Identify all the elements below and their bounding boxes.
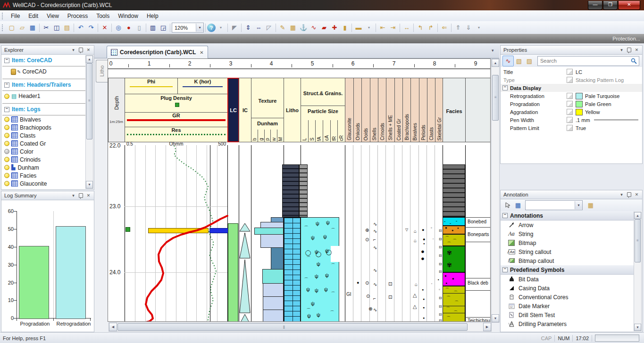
paste-button[interactable]: ▤ bbox=[62, 23, 72, 33]
col-coated-gr[interactable]: Coated Gr bbox=[394, 78, 402, 142]
explorer-menu-icon[interactable]: ▾ bbox=[70, 48, 77, 52]
cut-button[interactable]: ✂ bbox=[41, 23, 51, 33]
menu-view[interactable]: View bbox=[42, 11, 63, 21]
explorer-item-glauconite[interactable]: Glauconite bbox=[2, 180, 85, 188]
menu-file[interactable]: File bbox=[7, 11, 24, 21]
toolbar-options-icon[interactable]: ▾ bbox=[216, 23, 226, 33]
scroll-down-icon[interactable]: ▼ bbox=[634, 324, 641, 331]
symbol-item-drilling-parameters[interactable]: Drilling Parameters bbox=[501, 319, 635, 328]
document-tab[interactable]: Coredescription (Carb).WCL ✕ bbox=[107, 46, 208, 58]
log-summary-pin-icon[interactable] bbox=[79, 193, 83, 198]
symbol-item-conventional-cores[interactable]: Conventional Cores bbox=[501, 293, 635, 302]
annotation-column-header[interactable] bbox=[465, 78, 491, 142]
scrollbar-thumb[interactable]: ≡ bbox=[635, 219, 641, 262]
collapse-icon[interactable] bbox=[502, 267, 508, 272]
annotation-item-string[interactable]: AaString bbox=[501, 229, 635, 238]
log-view[interactable]: Depth 1m:25m Phi 30%0 K (hor) 0.4mD400 P… bbox=[108, 69, 491, 322]
res-header[interactable]: Res 0.5Ohmm500 bbox=[125, 127, 228, 142]
annotation-item-bitmap[interactable]: Bitmap bbox=[501, 238, 635, 247]
move-down-button[interactable]: ↱ bbox=[426, 23, 436, 33]
move-top-button[interactable]: ⇑ bbox=[453, 23, 463, 33]
toolbar-overflow-icon[interactable]: ▾ bbox=[474, 23, 484, 33]
properties-menu-icon[interactable]: ▾ bbox=[618, 48, 625, 52]
search-input[interactable] bbox=[538, 57, 631, 64]
texture-header[interactable]: Texture Dunham bgpwM bbox=[251, 78, 284, 142]
log-vertical-scrollbar[interactable]: ▲ ≡ ▼ bbox=[491, 58, 500, 323]
menu-window[interactable]: Window bbox=[114, 11, 142, 21]
symbol-item-casing-data[interactable]: Casing Data bbox=[501, 284, 635, 293]
explorer-group-headers[interactable]: Item: Headers/Trailers bbox=[2, 79, 85, 91]
property-row-pen-width[interactable]: Pen Width.1 mm bbox=[501, 116, 642, 124]
collapse-icon[interactable] bbox=[4, 58, 9, 63]
scroll-up-icon[interactable]: ▲ bbox=[492, 59, 499, 67]
log-summary-close-icon[interactable]: ✕ bbox=[85, 193, 92, 198]
menu-help[interactable]: Help bbox=[142, 11, 163, 21]
crossplot-button[interactable]: ∿ bbox=[309, 23, 319, 33]
copy-button[interactable]: ◫ bbox=[51, 23, 62, 33]
color-swatch[interactable] bbox=[576, 109, 583, 115]
pointer-button[interactable]: ◤ bbox=[229, 23, 240, 33]
move-up-button[interactable]: ↰ bbox=[415, 23, 426, 33]
symbol-item-bit-data[interactable]: Bit Data bbox=[501, 275, 635, 284]
new-button[interactable]: ▢ bbox=[7, 23, 17, 33]
collapse-icon[interactable] bbox=[502, 213, 508, 218]
property-row-title[interactable]: TitleLC bbox=[501, 68, 642, 76]
explorer-item-header1[interactable]: ▤ Header1 bbox=[2, 91, 85, 101]
alphabetical-view-button[interactable]: ▨ bbox=[524, 56, 535, 66]
property-row-progradation[interactable]: ProgradationPale Green bbox=[501, 100, 642, 108]
shift-right-button[interactable]: ⇥ bbox=[388, 23, 398, 33]
explorer-item-facies[interactable]: Facies bbox=[2, 172, 85, 180]
col-crinoids[interactable]: Crinoids bbox=[378, 78, 386, 142]
undo-button[interactable]: ↶ bbox=[75, 23, 86, 33]
annotation-combobox[interactable]: ▾ bbox=[525, 200, 583, 210]
plug-density-header[interactable]: Plug Density 2.2g/cm³4 bbox=[125, 94, 228, 113]
open-button[interactable]: ▱ bbox=[17, 23, 27, 33]
scroll-up-icon[interactable]: ▲ bbox=[634, 212, 641, 219]
page-button[interactable]: ▯ bbox=[134, 23, 144, 33]
header-style-button[interactable]: ▬ bbox=[353, 23, 364, 33]
block-select-button[interactable]: ◸ bbox=[264, 23, 274, 33]
collapse-icon[interactable] bbox=[502, 85, 508, 90]
gr-header[interactable]: GR 25api95 bbox=[125, 112, 228, 127]
insert-track-button[interactable]: ⇐ bbox=[439, 23, 450, 33]
close-button[interactable]: ✕ bbox=[618, 1, 640, 10]
property-group-data-display[interactable]: Data Display bbox=[501, 84, 642, 92]
categorized-view-button[interactable]: ▧ bbox=[514, 56, 524, 66]
edit-table-button[interactable]: ▦ bbox=[288, 23, 298, 33]
restore-button[interactable]: ❐ bbox=[603, 1, 618, 10]
scrollbar-thumb[interactable]: ≡ bbox=[492, 75, 499, 121]
scroll-left-icon[interactable]: ◀ bbox=[109, 323, 117, 331]
eraser-button[interactable]: ▰ bbox=[319, 23, 329, 33]
print-preview-button[interactable]: ◲ bbox=[158, 23, 168, 33]
properties-close-icon[interactable]: ✕ bbox=[633, 48, 640, 52]
explorer-item-color[interactable]: Color bbox=[2, 147, 85, 155]
col-ooids[interactable]: Ooids bbox=[361, 78, 370, 142]
explorer-item-bivalves[interactable]: Bivalves bbox=[2, 115, 85, 123]
minimize-button[interactable]: — bbox=[588, 1, 602, 10]
lc-header-selected[interactable]: LC bbox=[227, 78, 239, 142]
depth-header[interactable]: Depth 1m:25m bbox=[108, 78, 125, 142]
explorer-item-crinoids[interactable]: Crinoids bbox=[2, 155, 85, 163]
find-button[interactable]: ◎ bbox=[113, 23, 124, 33]
annotation-scrollbar[interactable]: ▲ ≡ ▼ bbox=[634, 212, 642, 331]
scroll-down-icon[interactable]: ▼ bbox=[492, 314, 499, 322]
move-bottom-button[interactable]: ⇓ bbox=[463, 23, 474, 33]
col-brachiopods[interactable]: Brachiopods bbox=[402, 78, 410, 142]
log-body[interactable]: 22.0 23.0 24.0 bbox=[108, 145, 491, 322]
properties-search-box[interactable] bbox=[537, 56, 639, 66]
col-clasts[interactable]: Clasts bbox=[427, 78, 435, 142]
edit-log-button[interactable]: ✎ bbox=[277, 23, 288, 33]
log-horizontal-scrollbar[interactable]: ◀ ⫼ ▶ bbox=[109, 322, 492, 332]
zoom-combobox[interactable]: 120% ▾ bbox=[172, 23, 204, 33]
litho-header[interactable]: Litho bbox=[284, 78, 301, 142]
color-swatch[interactable] bbox=[576, 101, 583, 107]
annotation-item-arrow[interactable]: Arrow bbox=[501, 220, 635, 229]
new-annotation-table-button[interactable]: ▦ bbox=[585, 200, 596, 210]
properties-pin-icon[interactable] bbox=[627, 48, 631, 52]
predefined-symbols-group-header[interactable]: Predefined Symbols bbox=[501, 265, 635, 275]
col-glauconite[interactable]: Glauconite bbox=[345, 78, 353, 142]
explorer-item-dunham[interactable]: ▙Dunham bbox=[2, 163, 85, 172]
save-button[interactable]: ▦ bbox=[27, 23, 38, 33]
symbol-item-drill-stem-test[interactable]: Drill Stem Test bbox=[501, 310, 635, 319]
annotation-dropdown-icon[interactable]: ▾ bbox=[575, 201, 582, 209]
